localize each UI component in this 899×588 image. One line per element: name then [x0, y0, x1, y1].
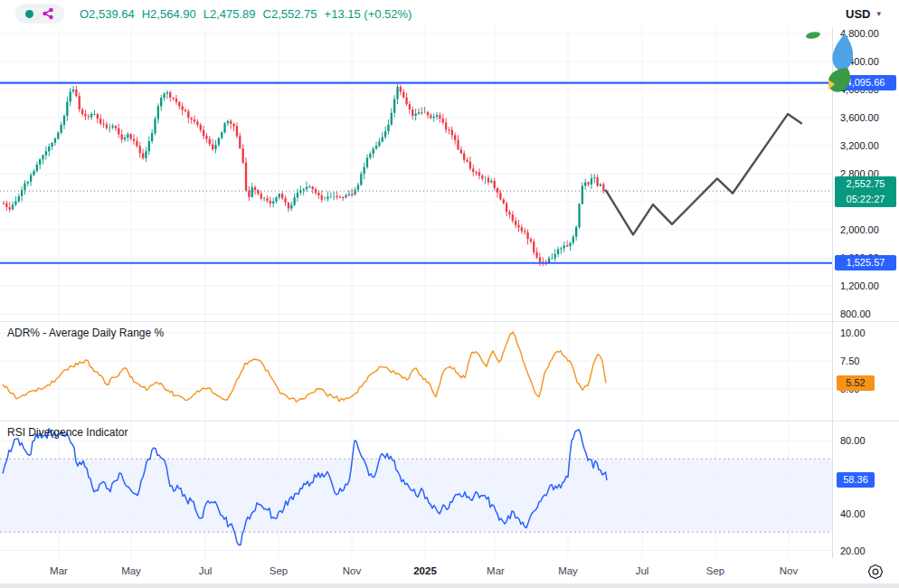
rsi-tick: 80.00 — [840, 434, 866, 447]
main-price-pane[interactable] — [0, 27, 832, 321]
chart-header: O2,539.64 H2,564.90 L2,475.89 C2,552.75 … — [0, 0, 899, 27]
ohlc-close: C2,552.75 — [263, 7, 317, 21]
time-label: May — [121, 565, 141, 576]
currency-selector[interactable]: USD ▾ — [838, 3, 888, 24]
pane-separator[interactable] — [0, 321, 899, 322]
time-label: Mar — [487, 565, 505, 576]
window-bottom-strip — [0, 583, 899, 588]
price-tick: 3,600.00 — [840, 111, 879, 124]
ohlc-high: H2,564.90 — [142, 7, 196, 21]
ohlc-open: O2,539.64 — [80, 7, 135, 21]
time-label: Nov — [343, 565, 361, 576]
pane-separator[interactable] — [0, 421, 899, 422]
rsi-indicator-pane[interactable]: RSI Divergence Indicator — [0, 421, 832, 558]
adr-tick: 7.50 — [840, 355, 859, 367]
rsi-tick: 20.00 — [840, 545, 866, 557]
last-price-label: 2,552.75 05:22:27 — [835, 176, 896, 207]
rsi-pane-title: RSI Divergence Indicator — [7, 426, 128, 439]
time-label: Nov — [780, 565, 798, 576]
price-tick: 3,200.00 — [840, 139, 879, 152]
legend-pill — [15, 4, 64, 24]
rsi-value-label: 58.36 — [837, 472, 875, 488]
chart-application: O2,539.64 H2,564.90 L2,475.89 C2,552.75 … — [0, 0, 899, 588]
candlestick-chart[interactable] — [0, 27, 832, 321]
last-price-value: 2,552.75 — [835, 176, 896, 192]
share-icon[interactable] — [42, 7, 54, 20]
price-tick: 1,200.00 — [840, 280, 879, 292]
ohlc-change: +13.15 (+0.52%) — [325, 7, 412, 21]
chart-settings-icon[interactable] — [866, 563, 885, 581]
time-label-year: 2025 — [413, 565, 437, 576]
adr-pane-title: ADR% - Average Daily Range % — [7, 327, 164, 339]
currency-value: USD — [846, 7, 870, 21]
bar-countdown: 05:22:27 — [835, 192, 896, 207]
series-visibility-dot-icon[interactable] — [25, 10, 33, 18]
support-price-label: 1,525.57 — [835, 255, 896, 270]
price-tick: 4,400.00 — [840, 55, 879, 68]
time-label: May — [558, 565, 578, 576]
price-tick: 2,000.00 — [840, 223, 879, 236]
price-tick: 800.00 — [840, 308, 871, 320]
price-tick: 4,800.00 — [840, 27, 879, 40]
adr-tick: 10.00 — [840, 327, 866, 339]
ohlc-readout: O2,539.64 H2,564.90 L2,475.89 C2,552.75 … — [80, 7, 412, 21]
time-label: Sep — [706, 565, 724, 576]
adr-indicator-pane[interactable]: ADR% - Average Daily Range % — [0, 321, 832, 421]
rsi-tick: 40.00 — [840, 507, 866, 520]
time-axis[interactable]: MarMayJulSepNov2025MarMayJulSepNov — [0, 558, 899, 583]
time-label: Sep — [270, 565, 288, 576]
ohlc-low: L2,475.89 — [203, 7, 256, 21]
time-label: Jul — [199, 565, 213, 576]
chevron-down-icon: ▾ — [876, 9, 881, 18]
time-label: Mar — [50, 565, 68, 576]
time-label: Jul — [636, 565, 649, 576]
rsi-line-chart[interactable] — [0, 421, 832, 558]
resistance-price-label: 4,095.66 — [835, 75, 896, 90]
price-axis[interactable]: 4,800.004,400.004,000.003,600.003,200.00… — [832, 27, 899, 558]
adr-value-label: 5.52 — [837, 375, 875, 391]
